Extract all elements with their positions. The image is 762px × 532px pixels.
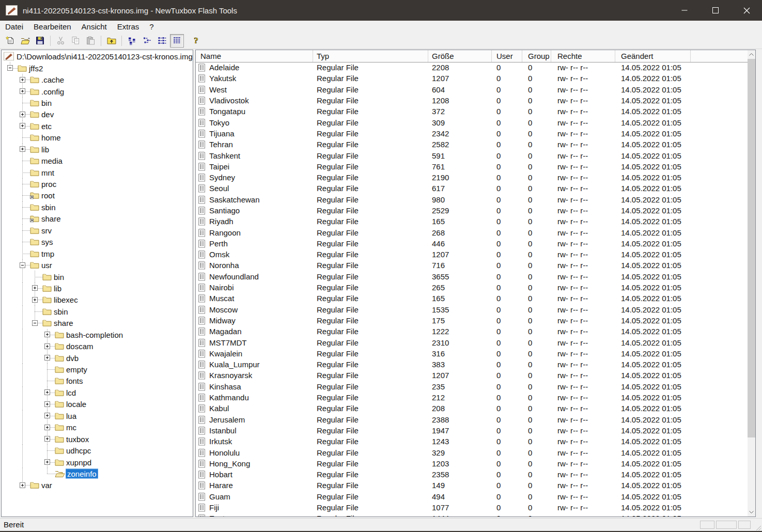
expand-toggle-plus-icon[interactable]: [44, 343, 50, 349]
table-row[interactable]: SantiagoRegular File252900rw- r-- r--14.…: [196, 205, 748, 216]
tree-item-mnt[interactable]: mnt: [2, 166, 193, 178]
expand-toggle-plus-icon[interactable]: [20, 146, 25, 152]
list-view-button[interactable]: [155, 34, 169, 48]
tree-root-item[interactable]: D:\Downloads\ni411-202205140123-cst-kron…: [2, 51, 193, 62]
expand-toggle-plus-icon[interactable]: [44, 389, 50, 395]
expand-toggle-minus-icon[interactable]: [7, 65, 13, 71]
tree-item-sbin[interactable]: sbin: [2, 201, 193, 213]
tree-item-srv[interactable]: srv: [2, 225, 193, 236]
tree-item-lua[interactable]: lua: [2, 410, 193, 421]
table-row[interactable]: SaskatchewanRegular File98000rw- r-- r--…: [196, 194, 748, 205]
tree-item-home[interactable]: home: [2, 132, 193, 143]
expand-toggle-plus-icon[interactable]: [20, 77, 25, 83]
menu-item-ansicht[interactable]: Ansicht: [76, 21, 112, 33]
table-row[interactable]: NoronhaRegular File71600rw- r-- r--14.05…: [196, 260, 748, 271]
tree-item-var[interactable]: var: [2, 479, 193, 491]
tree-item-usr[interactable]: usr: [2, 259, 193, 271]
column-header-typ[interactable]: Typ: [313, 50, 428, 62]
table-row[interactable]: TongatapuRegular File37200rw- r-- r--14.…: [196, 106, 748, 117]
open-file-button[interactable]: [18, 34, 32, 48]
tree-item-tmp[interactable]: tmp: [2, 247, 193, 259]
table-row[interactable]: KabulRegular File20800rw- r-- r--14.05.2…: [196, 403, 748, 414]
expand-toggle-plus-icon[interactable]: [32, 285, 38, 291]
tree-item-media[interactable]: media: [2, 155, 193, 166]
table-row[interactable]: MST7MDTRegular File231000rw- r-- r--14.0…: [196, 337, 748, 348]
tree-item-dev[interactable]: dev: [2, 108, 193, 120]
tree-item-sys[interactable]: sys: [2, 236, 193, 247]
expand-toggle-plus-icon[interactable]: [20, 482, 25, 488]
table-row[interactable]: MoscowRegular File153500rw- r-- r--14.05…: [196, 304, 748, 315]
tree-item-bin[interactable]: bin: [2, 97, 193, 108]
column-header-filler[interactable]: [691, 50, 748, 62]
tree-item-lib[interactable]: lib: [2, 144, 193, 155]
close-button[interactable]: [731, 0, 762, 21]
tree-item-etc[interactable]: etc: [2, 120, 193, 132]
table-row[interactable]: TijuanaRegular File234200rw- r-- r--14.0…: [196, 128, 748, 139]
table-row[interactable]: PerthRegular File44600rw- r-- r--14.05.2…: [196, 238, 748, 249]
tree-item-doscam[interactable]: doscam: [2, 340, 193, 352]
table-row[interactable]: MidwayRegular File17500rw- r-- r--14.05.…: [196, 315, 748, 326]
table-row[interactable]: KathmanduRegular File21200rw- r-- r--14.…: [196, 392, 748, 403]
tree-item-xupnpd[interactable]: xupnpd: [2, 456, 193, 467]
tree-item-cache[interactable]: .cache: [2, 74, 193, 85]
menu-item-bearbeiten[interactable]: Bearbeiten: [28, 21, 76, 33]
tree-item-zoneinfo[interactable]: zoneinfo: [2, 468, 193, 479]
expand-toggle-plus-icon[interactable]: [20, 123, 25, 129]
tree-item-lcd[interactable]: lcd: [2, 387, 193, 398]
table-row[interactable]: JerusalemRegular File238800rw- r-- r--14…: [196, 414, 748, 425]
tree-item-bin[interactable]: bin: [2, 271, 193, 282]
table-row[interactable]: HobartRegular File235800rw- r-- r--14.05…: [196, 469, 748, 480]
expand-toggle-minus-icon[interactable]: [32, 320, 38, 326]
table-row[interactable]: SeoulRegular File61700rw- r-- r--14.05.2…: [196, 183, 748, 194]
details-view-button[interactable]: [170, 34, 184, 48]
tree-item-dvb[interactable]: dvb: [2, 352, 193, 363]
expand-toggle-plus-icon[interactable]: [44, 459, 50, 465]
folder-up-button[interactable]: [104, 34, 118, 48]
expand-toggle-plus-icon[interactable]: [44, 332, 50, 337]
tree-item-bash-completion[interactable]: bash-completion: [2, 329, 193, 340]
tree-item-locale[interactable]: locale: [2, 398, 193, 410]
save-file-button[interactable]: [33, 34, 47, 48]
vertical-scrollbar[interactable]: [748, 50, 755, 517]
menu-item-extras[interactable]: Extras: [112, 21, 145, 33]
expand-toggle-plus-icon[interactable]: [44, 425, 50, 430]
help-button[interactable]: ?: [189, 34, 203, 48]
tree-item-lib[interactable]: lib: [2, 283, 193, 294]
column-header-gr-e[interactable]: Größe: [428, 50, 492, 62]
column-header-name[interactable]: Name: [196, 50, 313, 62]
expand-toggle-plus-icon[interactable]: [44, 436, 50, 442]
menu-item-datei[interactable]: Datei: [0, 21, 28, 33]
table-row[interactable]: VladivostokRegular File120800rw- r-- r--…: [196, 95, 748, 106]
table-row[interactable]: HonoluluRegular File32900rw- r-- r--14.0…: [196, 447, 748, 458]
tree-item-jffs2[interactable]: jffs2: [2, 62, 193, 73]
expand-toggle-plus-icon[interactable]: [32, 297, 38, 303]
expand-toggle-plus-icon[interactable]: [44, 401, 50, 407]
table-row[interactable]: MuscatRegular File16500rw- r-- r--14.05.…: [196, 293, 748, 304]
new-file-button[interactable]: [3, 34, 17, 48]
table-row[interactable]: SydneyRegular File219000rw- r-- r--14.05…: [196, 172, 748, 183]
expand-toggle-plus-icon[interactable]: [20, 112, 25, 117]
tree-item-share[interactable]: share: [2, 213, 193, 224]
table-row[interactable]: IrkutskRegular File124300rw- r-- r--14.0…: [196, 436, 748, 447]
table-row[interactable]: Hong_KongRegular File120300rw- r-- r--14…: [196, 458, 748, 469]
table-row[interactable]: HarareRegular File14900rw- r-- r--14.05.…: [196, 480, 748, 491]
scroll-up-icon[interactable]: [748, 50, 755, 59]
minimize-button[interactable]: [669, 0, 700, 21]
expand-toggle-plus-icon[interactable]: [44, 413, 50, 418]
table-row[interactable]: YakutskRegular File120700rw- r-- r--14.0…: [196, 73, 748, 84]
table-row[interactable]: NewfoundlandRegular File365500rw- r-- r-…: [196, 271, 748, 282]
expand-toggle-minus-icon[interactable]: [20, 262, 25, 268]
tree-item-udhcpc[interactable]: udhcpc: [2, 445, 193, 456]
table-row[interactable]: WestRegular File60400rw- r-- r--14.05.20…: [196, 84, 748, 95]
tree-item-config[interactable]: .config: [2, 85, 193, 97]
table-row[interactable]: KinshasaRegular File23500rw- r-- r--14.0…: [196, 381, 748, 392]
table-row[interactable]: AdelaideRegular File220800rw- r-- r--14.…: [196, 62, 748, 73]
table-row[interactable]: RangoonRegular File26800rw- r-- r--14.05…: [196, 227, 748, 238]
tree-item-empty[interactable]: empty: [2, 364, 193, 375]
maximize-button[interactable]: [700, 0, 731, 21]
table-row[interactable]: FijiRegular File107700rw- r-- r--14.05.2…: [196, 502, 748, 513]
table-row[interactable]: TaipeiRegular File76100rw- r-- r--14.05.…: [196, 161, 748, 172]
table-row[interactable]: TokyoRegular File30900rw- r-- r--14.05.2…: [196, 117, 748, 128]
table-row[interactable]: GuamRegular File49400rw- r-- r--14.05.20…: [196, 491, 748, 502]
tree-item-root[interactable]: root: [2, 190, 193, 201]
